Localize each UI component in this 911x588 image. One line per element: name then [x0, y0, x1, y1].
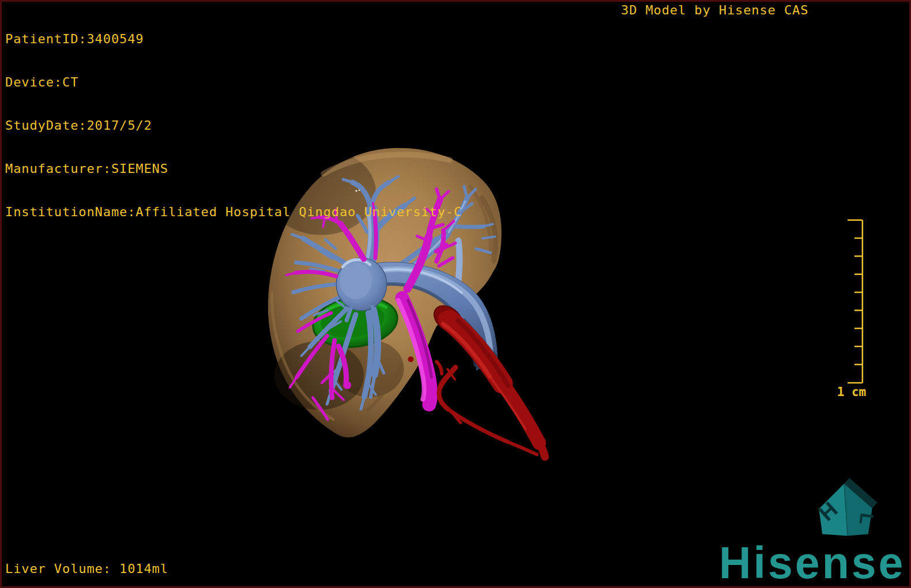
- orientation-cube[interactable]: H L: [814, 478, 878, 536]
- scale-bar-label: 1 cm: [837, 385, 866, 399]
- cas-3d-viewer: { "header": { "patient_lines": [ "Patien…: [0, 0, 911, 588]
- metadata-line-device: Device:CT: [5, 75, 462, 89]
- liver-volume-readout: Liver Volume: 1014ml: [5, 561, 168, 576]
- metadata-line-patient-id: PatientID:3400549: [5, 32, 462, 46]
- hisense-wordmark: Hisense: [719, 540, 905, 586]
- scale-bar: 1 cm: [837, 220, 866, 399]
- metadata-line-manufacturer: Manufacturer:SIEMENS: [5, 161, 462, 176]
- dicom-metadata-overlay: PatientID:3400549 Device:CT StudyDate:20…: [5, 3, 462, 233]
- model-credit: 3D Model by Hisense CAS: [621, 3, 808, 17]
- metadata-line-institution: InstitutionName:Affiliated Hospital Qing…: [5, 205, 462, 219]
- metadata-line-study-date: StudyDate:2017/5/2: [5, 118, 462, 133]
